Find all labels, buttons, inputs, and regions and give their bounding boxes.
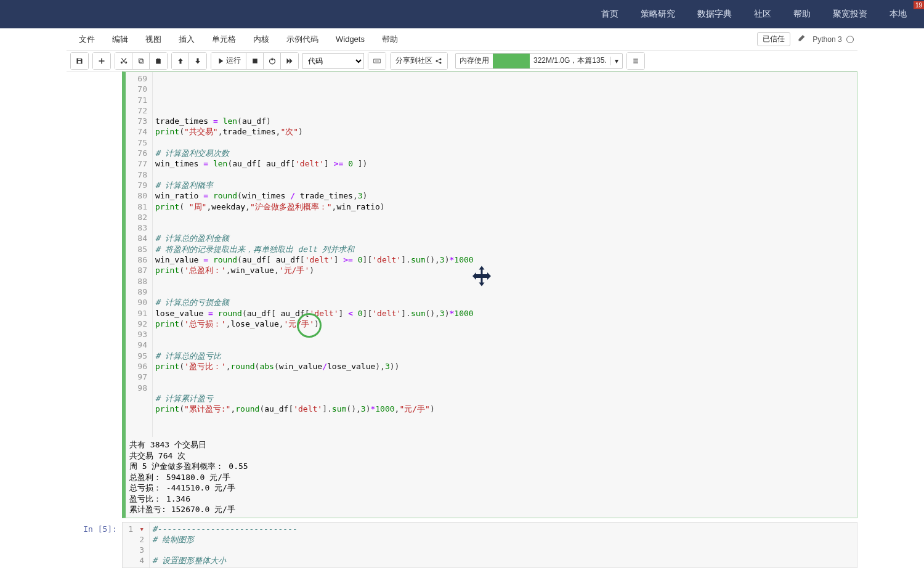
stop-button[interactable] <box>246 53 264 69</box>
notification-badge: 19 <box>914 1 924 9</box>
memory-dropdown-icon[interactable]: ▾ <box>610 57 622 65</box>
svg-rect-0 <box>253 59 257 63</box>
nav-home[interactable]: 首页 <box>590 9 630 20</box>
nav-local[interactable]: 本地 <box>878 9 918 20</box>
code-cell-selected[interactable]: 6970717273747576777879808182838485868788… <box>67 71 857 518</box>
nav-invest[interactable]: 聚宽投资 <box>822 9 878 20</box>
menu-file[interactable]: 文件 <box>70 31 103 47</box>
notebook-container: 6970717273747576777879808182838485868788… <box>67 71 857 568</box>
restart-button[interactable] <box>264 53 281 69</box>
command-palette-button[interactable] <box>368 53 386 69</box>
menu-help[interactable]: 帮助 <box>373 31 407 47</box>
restart-run-all-button[interactable] <box>281 53 298 69</box>
menu-cell[interactable]: 单元格 <box>203 31 245 47</box>
menu-bar: 文件 编辑 视图 插入 单元格 内核 示例代码 Widgets 帮助 已信任 P… <box>67 28 857 51</box>
share-community-button[interactable]: 分享到社区 <box>391 53 447 69</box>
code-editor[interactable]: trade_times = len(au_df)print("共交易",trad… <box>153 72 857 437</box>
edit-icon[interactable] <box>795 35 808 44</box>
kernel-status-icon <box>846 36 854 43</box>
toolbar: 运行 代码 分享到社区 内存使用 322M/1.0G，本篇135. ▾ <box>67 51 857 71</box>
line-number-gutter: 1 ▾234 <box>123 523 150 568</box>
menu-examples[interactable]: 示例代码 <box>278 31 327 47</box>
cell-prompt <box>67 71 122 518</box>
toc-button[interactable] <box>627 53 644 69</box>
paste-button[interactable] <box>150 53 167 69</box>
cell-output: 共有 3843 个交易日 共交易 764 次 周 5 沪金做多盈利概率： 0.5… <box>126 437 857 518</box>
menu-widgets[interactable]: Widgets <box>327 32 373 46</box>
trusted-indicator[interactable]: 已信任 <box>757 32 790 46</box>
memory-label: 内存使用 <box>456 55 493 66</box>
line-number-gutter: 6970717273747576777879808182838485868788… <box>126 72 153 437</box>
kernel-name[interactable]: Python 3 <box>813 35 854 44</box>
celltype-select[interactable]: 代码 <box>302 53 364 69</box>
nav-community[interactable]: 社区 <box>743 9 782 20</box>
code-editor[interactable]: #-----------------------------# 绘制图形 # 设… <box>150 523 857 568</box>
memory-bar <box>493 54 530 68</box>
nav-help[interactable]: 帮助 <box>782 9 822 20</box>
nav-strategy[interactable]: 策略研究 <box>630 9 686 20</box>
move-down-button[interactable] <box>189 53 206 69</box>
menu-edit[interactable]: 编辑 <box>103 31 137 47</box>
menu-view[interactable]: 视图 <box>137 31 170 47</box>
run-button[interactable]: 运行 <box>211 53 246 69</box>
add-cell-button[interactable] <box>93 53 110 69</box>
memory-usage-widget[interactable]: 内存使用 322M/1.0G，本篇135. ▾ <box>455 53 623 69</box>
memory-text: 322M/1.0G，本篇135. <box>530 55 610 66</box>
menu-insert[interactable]: 插入 <box>170 31 203 47</box>
cut-button[interactable] <box>115 53 132 69</box>
copy-button[interactable] <box>132 53 150 69</box>
nav-data-dict[interactable]: 数据字典 <box>686 9 743 20</box>
code-cell[interactable]: In [5]: 1 ▾234 #------------------------… <box>67 522 857 568</box>
save-button[interactable] <box>71 53 88 69</box>
move-up-button[interactable] <box>172 53 189 69</box>
cell-prompt: In [5]: <box>67 522 122 568</box>
top-navigation: 首页 策略研究 数据字典 社区 帮助 聚宽投资 本地 19 <box>0 0 924 28</box>
menu-kernel[interactable]: 内核 <box>245 31 278 47</box>
